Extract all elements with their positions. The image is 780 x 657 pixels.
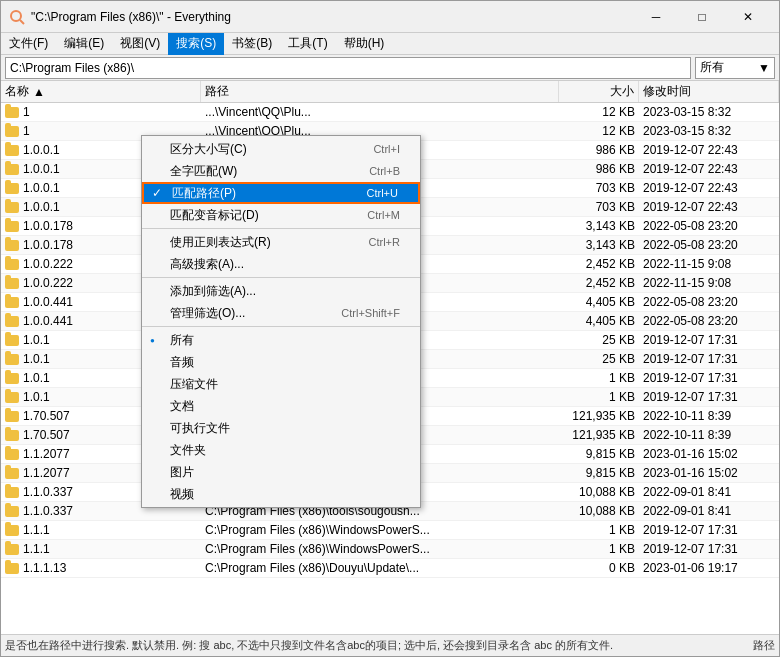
search-input[interactable] bbox=[5, 57, 691, 79]
file-name: 1.1.1.13 bbox=[23, 561, 66, 575]
file-size-cell: 1 KB bbox=[559, 388, 639, 406]
status-text: 是否也在路径中进行搜索. 默认禁用. 例: 搜 abc, 不选中只搜到文件名含a… bbox=[5, 638, 745, 653]
folder-icon bbox=[5, 297, 19, 308]
folder-icon bbox=[5, 563, 19, 574]
file-date-cell: 2022-05-08 23:20 bbox=[639, 293, 779, 311]
file-date-cell: 2019-12-07 17:31 bbox=[639, 540, 779, 558]
file-path-cell: ...\Vincent\QQ\Plu... bbox=[201, 103, 559, 121]
menu-item-label: 添加到筛选(A)... bbox=[170, 283, 256, 300]
search-menu-item[interactable]: 匹配变音标记(D)Ctrl+M bbox=[142, 204, 420, 226]
search-menu-item[interactable]: 可执行文件 bbox=[142, 417, 420, 439]
file-size-cell: 10,088 KB bbox=[559, 502, 639, 520]
menu-edit[interactable]: 编辑(E) bbox=[56, 33, 112, 55]
file-size-cell: 1 KB bbox=[559, 540, 639, 558]
svg-line-1 bbox=[20, 20, 24, 24]
menu-separator bbox=[142, 277, 420, 278]
file-name-cell: 1.1.1 bbox=[1, 521, 201, 539]
file-size-cell: 703 KB bbox=[559, 179, 639, 197]
search-menu-item[interactable]: 视频 bbox=[142, 483, 420, 505]
file-name: 1.0.0.222 bbox=[23, 257, 73, 271]
filter-dropdown[interactable]: 所有 ▼ bbox=[695, 57, 775, 79]
table-row[interactable]: 1.1.1.13C:\Program Files (x86)\Douyu\Upd… bbox=[1, 559, 779, 578]
table-row[interactable]: 1.1.1C:\Program Files (x86)\WindowsPower… bbox=[1, 540, 779, 559]
menu-tools[interactable]: 工具(T) bbox=[280, 33, 335, 55]
search-menu-item[interactable]: 文档 bbox=[142, 395, 420, 417]
folder-icon bbox=[5, 240, 19, 251]
file-date-cell: 2022-05-08 23:20 bbox=[639, 236, 779, 254]
filter-dropdown-value: 所有 bbox=[700, 59, 724, 76]
folder-icon bbox=[5, 468, 19, 479]
file-date-cell: 2019-12-07 22:43 bbox=[639, 198, 779, 216]
menu-bookmark[interactable]: 书签(B) bbox=[224, 33, 280, 55]
file-size-cell: 1 KB bbox=[559, 369, 639, 387]
search-menu-item[interactable]: 音频 bbox=[142, 351, 420, 373]
file-date-cell: 2023-01-06 19:17 bbox=[639, 559, 779, 577]
table-row[interactable]: 1.1.1C:\Program Files (x86)\WindowsPower… bbox=[1, 521, 779, 540]
menu-item-label: 图片 bbox=[170, 464, 194, 481]
file-size-cell: 3,143 KB bbox=[559, 236, 639, 254]
file-name: 1.0.0.178 bbox=[23, 238, 73, 252]
file-size-cell: 986 KB bbox=[559, 160, 639, 178]
col-header-path[interactable]: 路径 bbox=[201, 81, 559, 102]
search-menu-item[interactable]: 区分大小写(C)Ctrl+I bbox=[142, 138, 420, 160]
table-row[interactable]: 1...\Vincent\QQ\Plu...12 KB2023-03-15 8:… bbox=[1, 103, 779, 122]
menu-separator bbox=[142, 228, 420, 229]
dropdown-arrow-icon: ▼ bbox=[758, 61, 770, 75]
file-size-cell: 2,452 KB bbox=[559, 274, 639, 292]
file-size-cell: 1 KB bbox=[559, 521, 639, 539]
file-date-cell: 2019-12-07 17:31 bbox=[639, 369, 779, 387]
search-menu-item[interactable]: ✓匹配路径(P)Ctrl+U bbox=[142, 182, 420, 204]
folder-icon bbox=[5, 164, 19, 175]
search-bar: 所有 ▼ bbox=[1, 55, 779, 81]
menu-file[interactable]: 文件(F) bbox=[1, 33, 56, 55]
file-date-cell: 2019-12-07 17:31 bbox=[639, 350, 779, 368]
menu-item-label: 所有 bbox=[170, 332, 194, 349]
search-menu-item[interactable]: 添加到筛选(A)... bbox=[142, 280, 420, 302]
file-date-cell: 2023-01-16 15:02 bbox=[639, 445, 779, 463]
file-name: 1.1.1 bbox=[23, 523, 50, 537]
file-date-cell: 2023-03-15 8:32 bbox=[639, 122, 779, 140]
menu-item-label: 文档 bbox=[170, 398, 194, 415]
folder-icon bbox=[5, 544, 19, 555]
menu-item-label: 区分大小写(C) bbox=[170, 141, 247, 158]
file-path-cell: C:\Program Files (x86)\WindowsPowerS... bbox=[201, 521, 559, 539]
menu-item-shortcut: Ctrl+I bbox=[373, 143, 400, 155]
file-name: 1.0.0.222 bbox=[23, 276, 73, 290]
search-menu-item[interactable]: 文件夹 bbox=[142, 439, 420, 461]
file-size-cell: 10,088 KB bbox=[559, 483, 639, 501]
col-header-size[interactable]: 大小 bbox=[559, 81, 639, 102]
col-header-date[interactable]: 修改时间 bbox=[639, 81, 779, 102]
search-menu-item[interactable]: 所有 bbox=[142, 329, 420, 351]
menu-view[interactable]: 视图(V) bbox=[112, 33, 168, 55]
maximize-button[interactable]: □ bbox=[679, 1, 725, 33]
file-name: 1.1.2077 bbox=[23, 447, 70, 461]
file-date-cell: 2019-12-07 22:43 bbox=[639, 160, 779, 178]
folder-icon bbox=[5, 107, 19, 118]
search-menu-item[interactable]: 图片 bbox=[142, 461, 420, 483]
menu-item-label: 可执行文件 bbox=[170, 420, 230, 437]
file-size-cell: 9,815 KB bbox=[559, 464, 639, 482]
folder-icon bbox=[5, 525, 19, 536]
status-bar: 是否也在路径中进行搜索. 默认禁用. 例: 搜 abc, 不选中只搜到文件名含a… bbox=[1, 634, 779, 656]
file-name: 1.0.0.1 bbox=[23, 200, 60, 214]
folder-icon bbox=[5, 506, 19, 517]
file-date-cell: 2019-12-07 22:43 bbox=[639, 179, 779, 197]
file-name: 1.0.0.1 bbox=[23, 181, 60, 195]
file-date-cell: 2023-01-16 15:02 bbox=[639, 464, 779, 482]
close-button[interactable]: ✕ bbox=[725, 1, 771, 33]
search-menu-item[interactable]: 全字匹配(W)Ctrl+B bbox=[142, 160, 420, 182]
search-menu-item[interactable]: 使用正则表达式(R)Ctrl+R bbox=[142, 231, 420, 253]
file-size-cell: 986 KB bbox=[559, 141, 639, 159]
menu-help[interactable]: 帮助(H) bbox=[336, 33, 393, 55]
file-size-cell: 12 KB bbox=[559, 122, 639, 140]
search-menu-item[interactable]: 高级搜索(A)... bbox=[142, 253, 420, 275]
file-size-cell: 25 KB bbox=[559, 331, 639, 349]
menu-search[interactable]: 搜索(S) bbox=[168, 33, 224, 55]
search-menu-item[interactable]: 压缩文件 bbox=[142, 373, 420, 395]
minimize-button[interactable]: ─ bbox=[633, 1, 679, 33]
file-path-cell: C:\Program Files (x86)\Douyu\Update\... bbox=[201, 559, 559, 577]
menu-item-label: 全字匹配(W) bbox=[170, 163, 237, 180]
search-menu-item[interactable]: 管理筛选(O)...Ctrl+Shift+F bbox=[142, 302, 420, 324]
col-header-name[interactable]: 名称 ▲ bbox=[1, 81, 201, 102]
file-size-cell: 0 KB bbox=[559, 559, 639, 577]
